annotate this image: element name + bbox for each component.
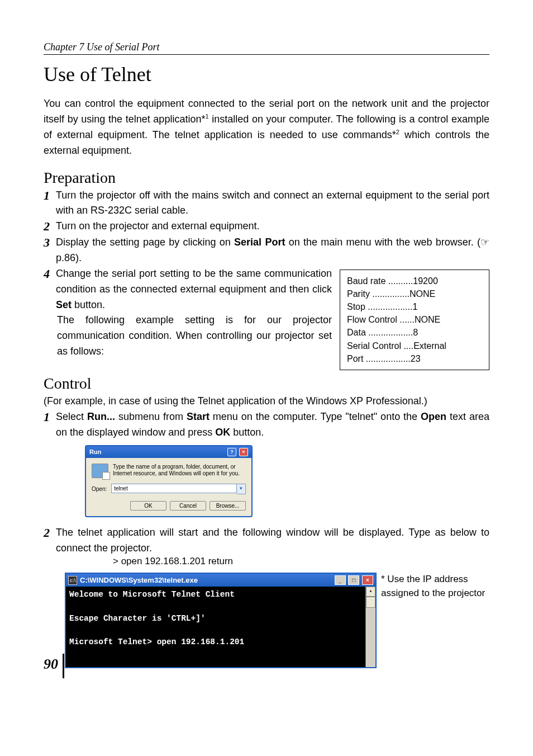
control-heading: Control (44, 375, 489, 393)
step-number: 1 (44, 188, 56, 219)
chapter-header: Chapter 7 Use of Serial Port (44, 41, 489, 55)
ok-button[interactable]: OK (130, 501, 166, 511)
preparation-steps: 1 Turn the projector off with the mains … (44, 188, 489, 360)
text: Display the setting page by clicking on (56, 237, 234, 248)
set-label: Set (56, 299, 72, 310)
step-number: 3 (44, 235, 56, 266)
step-body: The telnet application will start and th… (56, 525, 489, 556)
run-description: Type the name of a program, folder, docu… (113, 464, 246, 478)
prep-step-2: 2 Turn on the projector and external equ… (44, 219, 489, 235)
dropdown-arrow-icon[interactable]: ▾ (237, 484, 246, 494)
step-number: 4 (44, 266, 56, 313)
ok-label: OK (215, 427, 230, 438)
prep-step-3: 3 Display the setting page by clicking o… (44, 235, 489, 266)
run-dialog: Run ? × Type the name of a program, fold… (85, 445, 253, 517)
control-step-1: 1 Select Run... submenu from Start menu … (44, 409, 489, 441)
step-number: 2 (44, 525, 56, 556)
open-field-label: Open: (92, 486, 107, 492)
cancel-button[interactable]: Cancel (170, 501, 206, 511)
run-dialog-title: Run (89, 448, 101, 455)
step-body: Display the setting page by clicking on … (56, 235, 489, 266)
page-number-divider (63, 654, 64, 678)
control-note: (For example, in case of using the Telne… (44, 394, 489, 409)
text: submenu from (115, 411, 187, 422)
minimize-icon[interactable]: _ (335, 575, 346, 585)
page-number: 90 (44, 656, 58, 673)
console-title-text: C:\WINDOWS\System32\telnet.exe (80, 576, 198, 584)
step-body: Turn the projector off with the mains sw… (56, 188, 489, 219)
control-step-2: 2 The telnet application will start and … (44, 525, 489, 556)
telnet-console-window: c:\ C:\WINDOWS\System32\telnet.exe _ □ ×… (65, 573, 377, 668)
start-label: Start (187, 411, 210, 422)
console-titlebar[interactable]: c:\ C:\WINDOWS\System32\telnet.exe _ □ × (66, 574, 375, 587)
step-body: Turn on the projector and external equip… (56, 219, 489, 235)
maximize-icon[interactable]: □ (348, 575, 359, 585)
console-line: Welcome to Microsoft Telnet Client (69, 590, 235, 599)
intro-paragraph: You can control the equipment connected … (44, 96, 489, 159)
open-input[interactable] (111, 484, 237, 493)
close-icon[interactable]: × (362, 575, 373, 585)
scroll-thumb[interactable] (366, 597, 375, 608)
text: Change the serial port setting to be the… (56, 268, 332, 295)
open-label: Open (421, 411, 446, 422)
scroll-up-icon[interactable]: ▴ (366, 587, 375, 597)
run-icon (92, 464, 108, 478)
console-scrollbar[interactable]: ▴ (365, 587, 375, 667)
text: button. (230, 427, 264, 438)
preparation-heading: Preparation (44, 169, 489, 187)
settings-box: Baud rate ..........19200 Parity .......… (340, 270, 489, 370)
help-icon[interactable]: ? (227, 448, 236, 456)
telnet-command: > open 192.168.1.201 return (113, 556, 489, 567)
step-body: Change the serial port setting to be the… (56, 266, 332, 313)
text: button. (72, 299, 105, 310)
prep-step-1: 1 Turn the projector off with the mains … (44, 188, 489, 219)
step-number: 1 (44, 409, 56, 441)
console-line: Escape Character is 'CTRL+]' (69, 614, 206, 623)
console-output: Welcome to Microsoft Telnet Client Escap… (66, 587, 365, 667)
run-label: Run... (87, 411, 115, 422)
ip-address-note: * Use the IP address assigned to the pro… (381, 573, 488, 600)
run-dialog-titlebar[interactable]: Run ? × (86, 446, 251, 458)
browse-button[interactable]: Browse... (210, 501, 246, 511)
console-line: Microsoft Telnet> open 192.168.1.201 (69, 637, 244, 646)
close-icon[interactable]: × (239, 448, 248, 456)
step-body: Select Run... submenu from Start menu on… (56, 409, 489, 441)
prep-step-4: 4 Change the serial port setting to be t… (44, 266, 332, 313)
text: menu on the computer. Type "telnet" onto… (210, 411, 421, 422)
cmd-icon: c:\ (68, 576, 77, 585)
text: Select (56, 411, 87, 422)
serial-port-label: Serial Port (234, 237, 285, 248)
scroll-track[interactable] (366, 608, 375, 667)
page-title: Use of Telnet (44, 63, 489, 86)
step-number: 2 (44, 219, 56, 235)
